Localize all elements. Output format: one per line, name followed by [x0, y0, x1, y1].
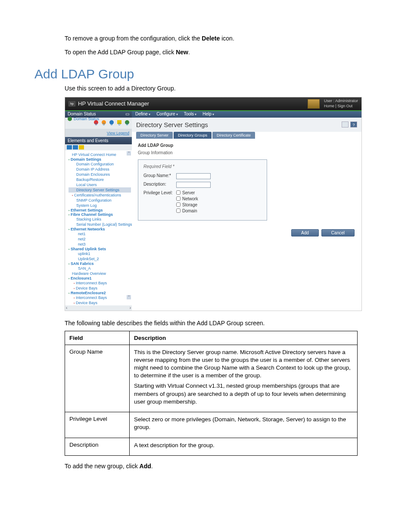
tree-item[interactable]: HP Virtual Connect Home	[68, 152, 131, 157]
tree-item[interactable]: Certificates/Authentications	[68, 193, 131, 198]
tree-item[interactable]: Domain Configuration	[68, 162, 131, 167]
priv-server[interactable]: Server	[176, 190, 198, 195]
page-title: Add LDAP Group	[34, 67, 385, 81]
tree-item[interactable]: Domain Settings	[68, 157, 131, 162]
menu-bar: DefineConfigureToolsHelp	[132, 110, 361, 118]
tree-item[interactable]: Fibre Channel Settings	[68, 212, 131, 217]
menu-configure[interactable]: Configure	[156, 112, 178, 116]
table-row: Group NameThis is the Directory Server g…	[65, 345, 358, 412]
count-2: 0	[109, 122, 114, 126]
intro-p2a: To open the Add LDAP Group page, click	[65, 49, 176, 56]
tree-item[interactable]: Local Users	[68, 182, 131, 187]
domain-status-label: Domain Status	[68, 112, 96, 116]
tree-item[interactable]: Stacking Links	[68, 217, 131, 222]
form-title: Add LDAP Group	[138, 143, 355, 148]
tree-item[interactable]: net1	[68, 231, 131, 236]
new-word: New	[176, 49, 188, 56]
form-area: Add LDAP Group Group Information Require…	[132, 139, 361, 225]
priv-checkbox-storage[interactable]	[176, 202, 181, 207]
table-intro: The following table describes the fields…	[65, 320, 385, 327]
scroll-down-icon[interactable]: ˅	[127, 295, 131, 299]
priv-checkbox-network[interactable]	[176, 196, 181, 201]
sidebar: Domain Status ▭ Domain Status 0 0	[65, 110, 132, 311]
tree-item[interactable]: Domain IP Address	[68, 167, 131, 172]
print-icon[interactable]	[342, 121, 349, 128]
intro-p1a: To remove a group from the configuration…	[65, 35, 202, 42]
tree-item[interactable]: Serial Number (Logical) Settings	[68, 222, 131, 227]
cancel-button[interactable]: Cancel	[321, 229, 355, 236]
elements-events-header: Elements and Events	[65, 137, 132, 144]
after-a: To add the new group, click	[65, 463, 140, 470]
tree-item[interactable]: SNMP Configuration	[68, 198, 131, 203]
th-description: Description	[130, 331, 358, 345]
tree-item[interactable]: Ethernet Settings	[68, 208, 131, 212]
after-b: Add	[140, 463, 151, 470]
tree-item[interactable]: UplinkSet_2	[68, 256, 131, 261]
intro-line-1: To remove a group from the configuration…	[65, 34, 385, 43]
required-note: Required Field *	[143, 164, 262, 169]
tab-directory-server[interactable]: Directory Server	[136, 132, 173, 139]
form-sub: Group Information	[138, 150, 355, 155]
tree-hscroll[interactable]: ‹›	[65, 305, 132, 311]
help-icon[interactable]: ?	[350, 121, 357, 128]
tree-item[interactable]: Directory Server Settings	[68, 187, 131, 193]
title-bar: hp HP Virtual Connect Manager User : Adm…	[65, 97, 361, 110]
tree-item[interactable]: net3	[68, 242, 131, 247]
tree-item[interactable]: uplink1	[68, 251, 131, 256]
intro-line-2: To open the Add LDAP Group page, click N…	[65, 48, 385, 57]
priv-checkbox-server[interactable]	[176, 190, 181, 195]
tree-item[interactable]: SAN Fabrics	[68, 261, 131, 266]
button-row: Add Cancel	[132, 225, 361, 241]
tree-item[interactable]: Hardware Overview	[68, 271, 131, 276]
tree-item[interactable]: RemoteEnclosure2	[68, 291, 131, 295]
tree-item[interactable]: Backup/Restore	[68, 177, 131, 182]
view-legend-link[interactable]: View Legend	[107, 131, 129, 135]
form-box: Required Field * Group Name:* Descriptio…	[138, 159, 267, 221]
tree-item[interactable]: Shared Uplink Sets	[68, 247, 131, 251]
cell-desc: A text description for the group.	[130, 438, 358, 455]
tree-item[interactable]: Domain Enclosures	[68, 172, 131, 177]
app-title: HP Virtual Connect Manager	[78, 100, 149, 107]
elements-events-label: Elements and Events	[68, 138, 109, 143]
tree-item[interactable]: Enclosure1	[68, 276, 131, 280]
tree-expand-icon[interactable]	[67, 145, 72, 149]
tree-item[interactable]: Device Bays	[68, 300, 131, 305]
menu-tools[interactable]: Tools	[184, 112, 197, 116]
tree-collapse-icon[interactable]	[73, 145, 78, 149]
collapse-icon[interactable]: ▭	[125, 112, 129, 116]
panel-header: Directory Server Settings ?	[132, 118, 361, 132]
priv-domain[interactable]: Domain	[176, 208, 198, 213]
user-label: User : Administrator	[324, 99, 358, 104]
tab-directory-groups[interactable]: Directory Groups	[174, 132, 212, 139]
tree-item[interactable]: Device Bays	[68, 286, 131, 291]
tree-item[interactable]: SAN_A	[68, 266, 131, 271]
table-row: DescriptionA text description for the gr…	[65, 438, 358, 455]
priv-network[interactable]: Network	[176, 196, 198, 201]
tree-item[interactable]: Ethernet Networks	[68, 227, 131, 231]
add-button[interactable]: Add	[291, 229, 319, 236]
description-input[interactable]	[176, 182, 211, 188]
menu-define[interactable]: Define	[135, 112, 150, 116]
status-block: Domain Status 0 0 0 0 0	[65, 118, 132, 129]
panel-title: Directory Server Settings	[136, 121, 208, 128]
home-link[interactable]: Home	[324, 104, 334, 108]
th-field: Field	[65, 331, 130, 345]
intro-p1c: icon.	[220, 35, 234, 42]
menu-help[interactable]: Help	[202, 112, 214, 116]
nav-tree[interactable]: ˄ ˅ HP Virtual Connect HomeDomain Settin…	[65, 150, 132, 305]
tab-directory-certificate[interactable]: Directory Certificate	[212, 132, 255, 139]
priv-storage[interactable]: Storage	[176, 202, 198, 207]
group-name-input[interactable]	[176, 173, 211, 179]
tree-item[interactable]: Interconnect Bays	[68, 280, 131, 286]
priv-checkbox-domain[interactable]	[176, 208, 181, 213]
count-0: 0	[94, 122, 98, 126]
tree-item[interactable]: net2	[68, 236, 131, 242]
priv-label-server: Server	[182, 190, 195, 195]
privilege-label: Privilege Level:	[143, 190, 174, 195]
after-c: .	[151, 463, 153, 470]
tree-item[interactable]: System Log	[68, 203, 131, 208]
tree-misc-icon[interactable]	[79, 145, 84, 149]
scroll-up-icon[interactable]: ˄	[127, 151, 131, 156]
signout-link[interactable]: Sign Out	[337, 104, 352, 108]
tree-item[interactable]: Interconnect Bays	[68, 295, 131, 300]
